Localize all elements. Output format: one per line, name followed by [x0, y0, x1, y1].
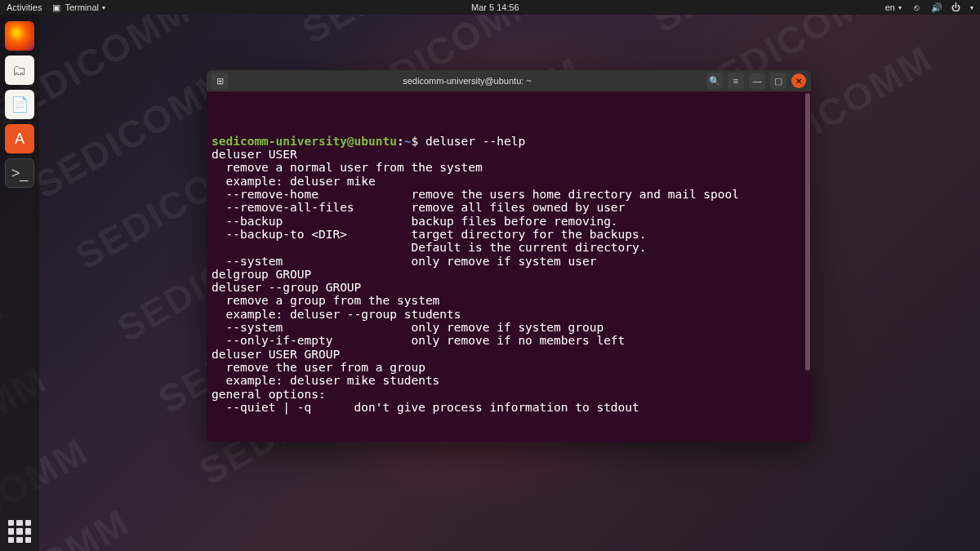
volume-icon[interactable]: 🔊 — [931, 2, 941, 13]
output-line: --system only remove if system user — [212, 255, 806, 268]
dock-app-writer[interactable]: 📄 — [5, 90, 34, 119]
network-icon[interactable]: ⎋ — [911, 2, 921, 12]
output-line: --only-if-empty only remove if no member… — [212, 334, 806, 347]
terminal-window: ⊞ sedicomm-university@ubuntu: ~ 🔍 ≡ — ▢ … — [207, 70, 811, 442]
maximize-button[interactable]: ▢ — [770, 73, 786, 89]
gnome-topbar: Activities ▣ Terminal ▾ Mar 5 14:56 en ▾… — [0, 0, 980, 15]
chevron-down-icon[interactable]: ▾ — [970, 4, 973, 11]
terminal-viewport[interactable]: sedicomm-university@ubuntu:~$ deluser --… — [207, 91, 811, 442]
output-line: --quiet | -q don't give process informat… — [212, 401, 806, 414]
prompt-line: sedicomm-university@ubuntu:~$ deluser --… — [212, 135, 806, 148]
output-line: --system only remove if system group — [212, 321, 806, 334]
output-line: example: deluser mike — [212, 175, 806, 188]
activities-button[interactable]: Activities — [7, 2, 42, 12]
output-line: --remove-home remove the users home dire… — [212, 188, 806, 201]
output-line: --backup-to <DIR> target directory for t… — [212, 228, 806, 241]
input-language[interactable]: en ▾ — [885, 2, 902, 12]
dock: 🗂 📄 A >_ — [0, 15, 39, 551]
show-applications-button[interactable] — [8, 520, 31, 543]
output-line: general options: — [212, 388, 806, 401]
chevron-down-icon: ▾ — [898, 4, 902, 11]
command-text: deluser --help — [425, 135, 525, 148]
prompt-dollar: $ — [411, 135, 425, 148]
dock-app-firefox[interactable] — [5, 21, 34, 51]
output-line: example: deluser --group students — [212, 308, 806, 321]
output-line: --backup backup files before removing. — [212, 215, 806, 228]
scrollbar-thumb[interactable] — [805, 93, 810, 371]
menu-icon: ≡ — [733, 76, 738, 86]
terminal-icon: ▣ — [51, 2, 61, 13]
clock[interactable]: Mar 5 14:56 — [105, 2, 885, 12]
window-title: sedicomm-university@ubuntu: ~ — [228, 76, 706, 86]
search-button[interactable]: 🔍 — [706, 73, 723, 89]
hamburger-menu-button[interactable]: ≡ — [728, 73, 744, 89]
output-line: --remove-all-files remove all files owne… — [212, 201, 806, 214]
prompt-sep: : — [397, 135, 404, 148]
output-line: remove a group from the system — [212, 294, 806, 307]
dock-app-terminal[interactable]: >_ — [5, 158, 34, 188]
terminal-app-menu[interactable]: ▣ Terminal ▾ — [51, 2, 105, 13]
minimize-button[interactable]: — — [749, 73, 765, 89]
input-language-label: en — [885, 2, 895, 12]
output-line: deluser --group GROUP — [212, 281, 806, 294]
power-icon[interactable]: ⏻ — [951, 2, 960, 12]
output-line: remove the user from a group — [212, 361, 806, 374]
search-icon: 🔍 — [709, 76, 720, 87]
dock-app-files[interactable]: 🗂 — [5, 56, 34, 85]
close-button[interactable]: ✕ — [791, 73, 806, 88]
window-titlebar[interactable]: ⊞ sedicomm-university@ubuntu: ~ 🔍 ≡ — ▢ … — [207, 70, 811, 91]
output-line: Default is the current directory. — [212, 241, 806, 254]
output-line: deluser USER — [212, 148, 806, 161]
output-line: remove a normal user from the system — [212, 161, 806, 174]
prompt-user: sedicomm-university@ubuntu — [212, 135, 397, 148]
dock-app-software[interactable]: A — [5, 124, 34, 153]
output-line: example: deluser mike students — [212, 374, 806, 387]
output-line: delgroup GROUP — [212, 268, 806, 281]
terminal-app-menu-label: Terminal — [65, 2, 99, 12]
output-line: deluser USER GROUP — [212, 348, 806, 361]
new-tab-button[interactable]: ⊞ — [212, 73, 228, 89]
